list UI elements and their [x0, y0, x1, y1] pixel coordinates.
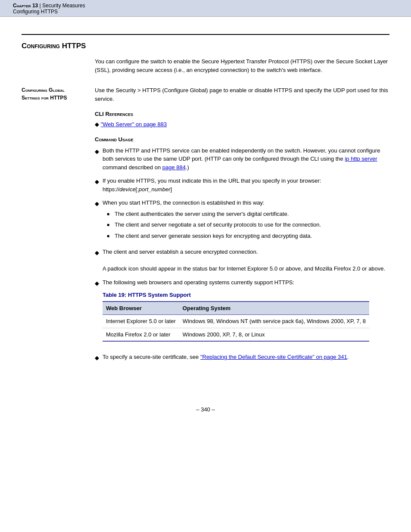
cli-ref-item: "Web Server" on page 883	[95, 120, 389, 129]
global-settings-section: Configuring Global Settings for HTTPS Us…	[22, 86, 389, 367]
sub-bullet-3-1: ■ The client authenticates the server us…	[107, 210, 321, 218]
sub-bullet-3-3: ■ The client and server generate session…	[107, 232, 321, 240]
intro-text: You can configure the switch to enable t…	[95, 57, 389, 74]
pipe: |	[38, 3, 42, 9]
page-footer: – 340 –	[0, 406, 411, 413]
https-support-table: Web Browser Operating System Internet Ex…	[103, 301, 369, 342]
sub-bullet-3-2: ■ The client and server negotiate a set …	[107, 221, 321, 229]
bullet-text-3: When you start HTTPS, the connection is …	[103, 199, 321, 243]
secure-cert-link[interactable]: "Replacing the Default Secure-site Certi…	[200, 354, 347, 360]
bullet-item-2: ◆ If you enable HTTPS, you must indicate…	[95, 177, 389, 193]
right-content: Use the Security > HTTPS (Configure Glob…	[95, 86, 389, 367]
section-title: Configuring HTTPS	[22, 39, 389, 50]
square-icon-3: ■	[107, 233, 115, 239]
cmd-usage-heading: Command Usage	[95, 135, 389, 144]
diamond-icon-1: ◆	[95, 147, 103, 156]
left-label: Configuring Global Settings for HTTPS	[22, 86, 95, 367]
chapter-line: Chapter 13 | Security Measures	[13, 3, 398, 9]
section-divider	[22, 34, 389, 35]
square-icon-2: ■	[107, 221, 115, 228]
chapter-title: Security Measures	[42, 3, 85, 9]
bullet-text-5: The following web browsers and operating…	[103, 278, 369, 348]
page-header: Chapter 13 | Security Measures Configuri…	[0, 0, 411, 17]
diamond-icon-final: ◆	[95, 354, 103, 362]
cli-ref-heading: CLI References	[95, 110, 389, 118]
bullet-text-2: If you enable HTTPS, you must indicate t…	[103, 177, 389, 193]
square-icon: ■	[107, 211, 115, 217]
ip-http-server-link[interactable]: ip http server	[345, 156, 377, 162]
sub-bullet-text-3-3: The client and server generate session k…	[115, 232, 312, 240]
bullet-item-4: ◆ The client and server establish a secu…	[95, 248, 389, 273]
cli-ref-list: "Web Server" on page 883	[95, 120, 389, 129]
chapter-label: Chapter 13	[13, 3, 38, 9]
page-content: Configuring HTTPS You can configure the …	[0, 17, 411, 393]
page-number: – 340 –	[196, 406, 215, 413]
diamond-icon-2: ◆	[95, 177, 103, 186]
page-884-link[interactable]: page 884	[162, 164, 186, 171]
diamond-icon-4: ◆	[95, 249, 103, 257]
settings-text: Use the Security > HTTPS (Configure Glob…	[95, 86, 389, 103]
os-cell-1: Windows 98, Windows NT (with service pac…	[179, 315, 369, 328]
sub-bullet-list-3: ■ The client authenticates the server us…	[107, 210, 321, 240]
browser-cell-2: Mozilla Firefox 2.0 or later	[103, 328, 179, 341]
table-header-row: Web Browser Operating System	[103, 302, 369, 315]
diamond-icon-5: ◆	[95, 279, 103, 288]
diamond-icon-3: ◆	[95, 199, 103, 208]
bullet-item-final: ◆ To specify a secure-site certificate, …	[95, 353, 389, 362]
table-row: Internet Explorer 5.0 or later Windows 9…	[103, 315, 369, 328]
left-label-line1: Configuring Global	[22, 87, 65, 93]
table-caption: Table 19: HTTPS System Support	[103, 291, 369, 299]
browser-cell-1: Internet Explorer 5.0 or later	[103, 315, 179, 328]
sub-bullet-text-3-2: The client and server negotiate a set of…	[115, 221, 321, 229]
bullet-list: ◆ Both the HTTP and HTTPS service can be…	[95, 146, 389, 362]
bullet-text-4: The client and server establish a secure…	[103, 248, 385, 273]
sub-bullet-text-3-1: The client authenticates the server usin…	[115, 210, 289, 218]
table-row: Mozilla Firefox 2.0 or later Windows 200…	[103, 328, 369, 341]
bullet-item-3: ◆ When you start HTTPS, the connection i…	[95, 199, 389, 243]
left-label-line2: Settings for HTTPS	[22, 95, 67, 101]
sub-line: Configuring HTTPS	[13, 9, 398, 15]
bullet-item-5: ◆ The following web browsers and operati…	[95, 278, 389, 348]
col-browser: Web Browser	[103, 302, 179, 315]
col-os: Operating System	[179, 302, 369, 315]
bullet-text-final: To specify a secure-site certificate, se…	[103, 353, 349, 361]
bullet-text-1: Both the HTTP and HTTPS service can be e…	[103, 146, 389, 172]
cli-ref-link[interactable]: "Web Server" on page 883	[101, 121, 167, 128]
bullet-item-1: ◆ Both the HTTP and HTTPS service can be…	[95, 146, 389, 172]
os-cell-2: Windows 2000, XP, 7, 8, or Linux	[179, 328, 369, 341]
